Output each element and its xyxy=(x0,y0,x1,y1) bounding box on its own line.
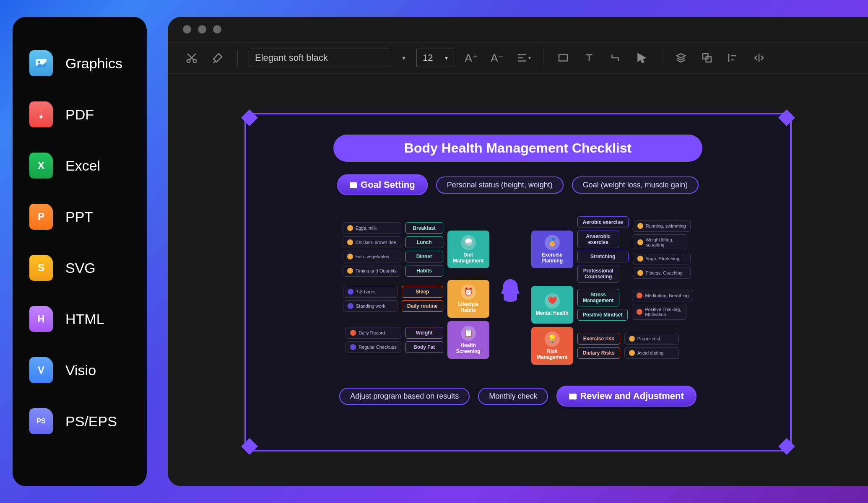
sidebar-item-graphics[interactable]: Graphics xyxy=(29,50,130,76)
sub-node[interactable]: Aerobic exercise xyxy=(577,216,629,228)
font-select[interactable]: Elegant soft black xyxy=(249,49,391,67)
leaf-node[interactable]: Timing and Quantity xyxy=(343,265,401,277)
alarm-icon: ⏰ xyxy=(461,285,476,300)
leaf-node[interactable]: Standing work xyxy=(343,300,398,312)
leaf-node[interactable]: Positive Thinking, Motivation xyxy=(632,304,686,320)
leaf-node[interactable]: Eggs, milk xyxy=(343,222,401,234)
sub-node[interactable]: Lunch xyxy=(405,236,443,248)
svg-rect-4 xyxy=(559,55,567,61)
minimize-traffic-light[interactable] xyxy=(198,25,206,34)
sub-node[interactable]: Breakfast xyxy=(405,222,443,234)
leaf-node[interactable]: Chicken, brown rice xyxy=(343,236,401,248)
sub-node[interactable]: Professional Counseling xyxy=(577,265,619,283)
sidebar-item-label: HTML xyxy=(65,311,104,327)
leaf-node[interactable]: Yoga, Stretching xyxy=(633,253,691,264)
sub-node[interactable]: Sleep xyxy=(402,286,443,298)
sub-node[interactable]: Weight xyxy=(405,327,443,339)
personal-status-node[interactable]: Personal status (height, weight) xyxy=(436,176,564,194)
heart-icon: ❤️ xyxy=(545,293,560,309)
toolbar: Elegant soft black ▾ 12▾ A⁺ A⁻ ▾ xyxy=(168,42,868,74)
rest-icon xyxy=(629,336,635,342)
top-pill-row: Goal Setting Personal status (height, we… xyxy=(263,174,773,195)
sidebar-item-html[interactable]: H HTML xyxy=(29,306,130,332)
branch-mental: ❤️Mental Health Stress Management Positi… xyxy=(531,286,694,324)
increase-font-icon[interactable]: A⁺ xyxy=(463,49,480,67)
sidebar-item-label: Graphics xyxy=(65,55,122,72)
leaf-node[interactable]: Avoid dieting xyxy=(624,347,679,359)
sidebar-item-excel[interactable]: X Excel xyxy=(29,153,130,179)
sub-node[interactable]: Habits xyxy=(405,265,443,277)
goal-setting-node[interactable]: Goal Setting xyxy=(337,174,428,195)
mindmap-body: 🍚Diet Management Breakfast Lunch Dinner … xyxy=(263,216,773,365)
sub-node[interactable]: Exercise risk xyxy=(577,333,620,345)
note-icon xyxy=(350,330,356,336)
cat-lifestyle-habits[interactable]: ⏰Lifestyle Habits xyxy=(447,280,489,318)
leaf-node[interactable]: Fish, vegetables xyxy=(343,251,401,262)
mindmap-title[interactable]: Body Health Management Checklist xyxy=(333,135,702,162)
shape-rect-icon[interactable] xyxy=(554,49,572,67)
leaf-node[interactable]: Meditation, Breathing xyxy=(632,290,693,301)
sub-node[interactable]: Dietary Risks xyxy=(577,347,620,359)
sub-node[interactable]: Dinner xyxy=(405,251,443,262)
mindmap-canvas[interactable]: Body Health Management Checklist Goal Se… xyxy=(244,113,792,451)
sub-node[interactable]: Positive Mindset xyxy=(577,309,628,321)
window-titlebar xyxy=(168,17,868,42)
sub-node[interactable]: Daily routine xyxy=(402,300,443,312)
sidebar-item-visio[interactable]: V Visio xyxy=(29,357,130,383)
sidebar-item-label: SVG xyxy=(65,260,96,276)
bottom-pill-row: Adjust program based on results Monthly … xyxy=(263,386,773,407)
font-size-select[interactable]: 12▾ xyxy=(416,49,454,67)
layers-icon[interactable] xyxy=(672,49,690,67)
decrease-font-icon[interactable]: A⁻ xyxy=(489,49,506,67)
flip-icon[interactable] xyxy=(750,49,768,67)
leaf-node[interactable]: 7-8 hours xyxy=(343,286,398,298)
align-objects-icon[interactable] xyxy=(724,49,742,67)
leaf-node[interactable]: Fitness, Coaching xyxy=(633,267,691,279)
graphics-icon xyxy=(29,50,53,76)
goal-node[interactable]: Goal (weight loss, muscle gain) xyxy=(572,176,699,194)
clipboard-icon: 📋 xyxy=(461,326,476,341)
sub-node[interactable]: Stretching xyxy=(577,251,629,262)
pdf-icon xyxy=(29,101,53,127)
sub-node[interactable]: Body Fat xyxy=(405,341,443,353)
cat-health-screening[interactable]: 📋Health Screening xyxy=(447,321,489,359)
editor-window: Elegant soft black ▾ 12▾ A⁺ A⁻ ▾ Body He… xyxy=(168,17,868,486)
flag-icon xyxy=(350,182,357,188)
group-icon[interactable] xyxy=(698,49,716,67)
cat-diet-management[interactable]: 🍚Diet Management xyxy=(447,231,489,268)
cut-icon[interactable] xyxy=(183,49,200,67)
sidebar-item-ps[interactable]: PS PS/EPS xyxy=(29,408,130,434)
sidebar-item-pdf[interactable]: PDF xyxy=(29,101,130,127)
moon-icon xyxy=(348,289,353,295)
connector-icon[interactable] xyxy=(606,49,624,67)
adjust-node[interactable]: Adjust program based on results xyxy=(339,388,470,405)
svg-icon: S xyxy=(29,255,53,281)
review-adjustment-node[interactable]: Review and Adjustment xyxy=(556,386,696,407)
sidebar-item-label: PPT xyxy=(65,209,93,225)
cursor-icon[interactable] xyxy=(632,49,650,67)
monthly-check-node[interactable]: Monthly check xyxy=(478,388,548,405)
format-painter-icon[interactable] xyxy=(209,49,226,67)
corner-decoration xyxy=(241,438,258,455)
leaf-node[interactable]: Running, swimming xyxy=(633,220,691,232)
leaf-node[interactable]: Daily Record xyxy=(346,327,401,339)
text-icon[interactable] xyxy=(580,49,598,67)
close-traffic-light[interactable] xyxy=(183,25,191,34)
sidebar-item-label: PDF xyxy=(65,106,94,123)
export-sidebar: Graphics PDF X Excel P PPT S SVG H HTML … xyxy=(13,17,147,486)
leaf-node[interactable]: Weight lifting, squatting xyxy=(633,234,687,250)
sub-node[interactable]: Anaerobic exercise xyxy=(577,231,619,248)
maximize-traffic-light[interactable] xyxy=(213,25,221,34)
align-icon[interactable]: ▾ xyxy=(515,49,532,67)
bowl-icon: 🍚 xyxy=(461,235,476,250)
sidebar-item-svg[interactable]: S SVG xyxy=(29,255,130,281)
leaf-node[interactable]: Proper rest xyxy=(624,333,679,345)
cat-exercise-planning[interactable]: 🏅Exercise Planning xyxy=(531,231,573,268)
font-dropdown-icon[interactable]: ▾ xyxy=(400,49,408,67)
cat-risk-management[interactable]: 💡Risk Management xyxy=(531,327,573,365)
cat-mental-health[interactable]: ❤️Mental Health xyxy=(531,286,573,324)
leaf-node[interactable]: Regular Checkups xyxy=(346,341,401,353)
bulb-icon: 💡 xyxy=(545,332,560,347)
sub-node[interactable]: Stress Management xyxy=(577,289,619,306)
sidebar-item-ppt[interactable]: P PPT xyxy=(29,204,130,230)
